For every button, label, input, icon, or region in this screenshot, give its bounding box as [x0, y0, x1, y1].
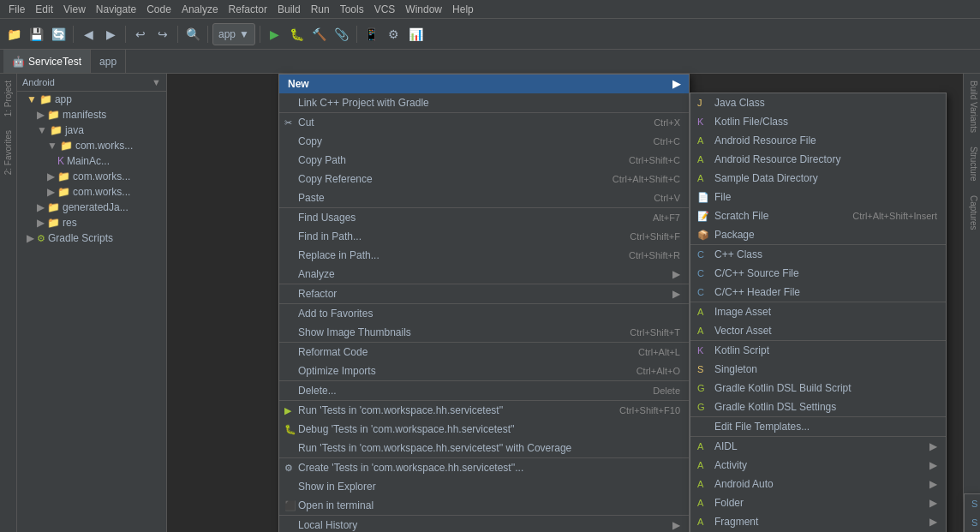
- tab-app[interactable]: app: [91, 50, 126, 73]
- new-singleton[interactable]: S Singleton: [690, 360, 946, 379]
- new-package[interactable]: 📦 Package: [690, 225, 946, 244]
- menu-view[interactable]: View: [58, 2, 91, 17]
- context-analyze[interactable]: Analyze ▶: [279, 265, 689, 284]
- context-link-cpp[interactable]: Link C++ Project with Gradle: [279, 93, 689, 112]
- menu-build[interactable]: Build: [272, 2, 306, 17]
- menu-analyze[interactable]: Analyze: [176, 2, 224, 17]
- context-optimize[interactable]: Optimize Imports Ctrl+Alt+O: [279, 362, 689, 380]
- new-aidl[interactable]: A AIDL ▶: [690, 436, 946, 456]
- new-gradle-kotlin-settings[interactable]: G Gradle Kotlin DSL Settings: [690, 398, 946, 416]
- context-open-terminal[interactable]: ⬛ Open in terminal: [279, 496, 689, 515]
- context-find-path[interactable]: Find in Path... Ctrl+Shift+F: [279, 227, 689, 246]
- new-android-auto[interactable]: A Android Auto ▶: [690, 475, 946, 493]
- context-refactor[interactable]: Refactor ▶: [279, 284, 689, 303]
- new-kotlin-file[interactable]: K Kotlin File/Class: [690, 112, 946, 131]
- new-activity[interactable]: A Activity ▶: [690, 456, 946, 475]
- new-cpp-class[interactable]: C C++ Class: [690, 244, 946, 264]
- tree-node-com2[interactable]: ▶ 📁 com.works...: [17, 169, 166, 184]
- folder-icon: ▼: [27, 93, 37, 105]
- panel-captures[interactable]: Captures: [964, 188, 980, 237]
- build-button[interactable]: 🔨: [309, 24, 330, 45]
- run-icon: ▶: [284, 405, 291, 416]
- run-button[interactable]: ▶: [265, 24, 285, 45]
- new-scratch-file[interactable]: 📝 Scratch File Ctrl+Alt+Shift+Insert: [690, 206, 946, 225]
- menu-navigate[interactable]: Navigate: [91, 2, 141, 17]
- new-file[interactable]: 📄 File: [690, 188, 946, 206]
- new-folder[interactable]: A Folder ▶: [690, 493, 946, 512]
- tree-node-app[interactable]: ▼ 📁 app: [17, 92, 166, 107]
- context-debug-tests[interactable]: 🐛 Debug 'Tests in 'com.workspace.hh.serv…: [279, 420, 689, 439]
- menu-tools[interactable]: Tools: [335, 2, 369, 17]
- app-config-dropdown[interactable]: app ▼: [212, 23, 255, 45]
- panel-project-label[interactable]: 1: Project: [2, 74, 15, 123]
- new-android-resource-file[interactable]: A Android Resource File: [690, 131, 946, 150]
- toolbar-undo[interactable]: ↩: [130, 24, 151, 45]
- new-image-asset[interactable]: A Image Asset: [690, 302, 946, 321]
- toolbar-back[interactable]: ◀: [78, 24, 99, 45]
- kotlin-file-icon: K: [57, 155, 64, 167]
- new-vector-asset[interactable]: A Vector Asset: [690, 321, 946, 340]
- context-show-thumbnails[interactable]: Show Image Thumbnails Ctrl+Shift+T: [279, 323, 689, 342]
- reformat-label: Reformat Code: [298, 346, 621, 358]
- context-reformat[interactable]: Reformat Code Ctrl+Alt+L: [279, 342, 689, 362]
- service-option[interactable]: S Service: [965, 494, 980, 513]
- panel-build-variants[interactable]: Build Variants: [964, 74, 980, 140]
- tree-node-gradle[interactable]: ▶ ⚙ Gradle Scripts: [17, 230, 166, 246]
- menu-file[interactable]: File: [3, 2, 30, 17]
- context-run-coverage[interactable]: Run 'Tests in 'com.workspace.hh.servicet…: [279, 439, 689, 457]
- toolbar-redo[interactable]: ↪: [152, 24, 173, 45]
- new-cpp-source[interactable]: C C/C++ Source File: [690, 264, 946, 283]
- menu-help[interactable]: Help: [447, 2, 479, 17]
- new-gradle-kotlin-build[interactable]: G Gradle Kotlin DSL Build Script: [690, 379, 946, 398]
- context-delete[interactable]: Delete... Delete: [279, 380, 689, 400]
- tab-servicetest[interactable]: 🤖 ServiceTest: [3, 50, 91, 73]
- tree-node-manifests[interactable]: ▶ 📁 manifests: [17, 107, 166, 123]
- toolbar-search[interactable]: 🔍: [182, 24, 203, 45]
- avd-button[interactable]: 📱: [362, 24, 382, 45]
- panel-favorites-label[interactable]: 2: Favorites: [2, 123, 15, 182]
- new-cpp-header[interactable]: C C/C++ Header File: [690, 283, 946, 302]
- context-show-explorer[interactable]: Show in Explorer: [279, 477, 689, 496]
- context-replace-path[interactable]: Replace in Path... Ctrl+Shift+R: [279, 246, 689, 265]
- toolbar-open-folder[interactable]: 📁: [3, 24, 24, 45]
- service-intentservice-option[interactable]: S Service (IntentService): [965, 513, 980, 532]
- tree-node-com1[interactable]: ▼ 📁 com.works...: [17, 138, 166, 153]
- context-create-tests[interactable]: ⚙ Create 'Tests in 'com.workspace.hh.ser…: [279, 457, 689, 477]
- tree-node-java[interactable]: ▼ 📁 java: [17, 123, 166, 138]
- attach-button[interactable]: 📎: [332, 24, 352, 45]
- profile-button[interactable]: 📊: [406, 24, 427, 45]
- context-add-favorites[interactable]: Add to Favorites: [279, 303, 689, 323]
- tree-node-res[interactable]: ▶ 📁 res: [17, 215, 166, 230]
- tree-node-mainac[interactable]: K MainAc...: [17, 153, 166, 169]
- toolbar-forward[interactable]: ▶: [100, 24, 121, 45]
- context-copy-path[interactable]: Copy Path Ctrl+Shift+C: [279, 151, 689, 170]
- new-fragment[interactable]: A Fragment ▶: [690, 512, 946, 531]
- aidl-icon: A: [697, 441, 703, 451]
- menu-window[interactable]: Window: [400, 2, 447, 17]
- context-menu-new[interactable]: New ▶: [279, 75, 689, 93]
- new-kotlin-script[interactable]: K Kotlin Script: [690, 340, 946, 360]
- context-find-usages[interactable]: Find Usages Alt+F7: [279, 207, 689, 227]
- menu-code[interactable]: Code: [141, 2, 176, 17]
- debug-button[interactable]: 🐛: [287, 24, 308, 45]
- tree-node-com3[interactable]: ▶ 📁 com.works...: [17, 184, 166, 200]
- panel-structure[interactable]: Structure: [964, 140, 980, 188]
- menu-run[interactable]: Run: [306, 2, 335, 17]
- toolbar-save[interactable]: 💾: [26, 24, 46, 45]
- context-copy[interactable]: Copy Ctrl+C: [279, 132, 689, 151]
- sdk-button[interactable]: ⚙: [384, 24, 404, 45]
- new-java-class[interactable]: J Java Class: [690, 93, 946, 112]
- context-cut[interactable]: ✂ Cut Ctrl+X: [279, 112, 689, 132]
- menu-vcs[interactable]: VCS: [369, 2, 401, 17]
- new-android-resource-dir[interactable]: A Android Resource Directory: [690, 150, 946, 169]
- menu-edit[interactable]: Edit: [30, 2, 58, 17]
- tree-node-generated[interactable]: ▶ 📁 generatedJa...: [17, 200, 166, 215]
- new-edit-templates[interactable]: Edit File Templates...: [690, 416, 946, 436]
- context-copy-ref[interactable]: Copy Reference Ctrl+Alt+Shift+C: [279, 170, 689, 188]
- context-run-tests[interactable]: ▶ Run 'Tests in 'com.workspace.hh.servic…: [279, 400, 689, 420]
- toolbar-sync[interactable]: 🔄: [48, 24, 69, 45]
- context-local-history[interactable]: Local History ▶: [279, 515, 689, 532]
- context-paste[interactable]: Paste Ctrl+V: [279, 188, 689, 207]
- new-sample-data-dir[interactable]: A Sample Data Directory: [690, 169, 946, 188]
- menu-refactor[interactable]: Refactor: [224, 2, 272, 17]
